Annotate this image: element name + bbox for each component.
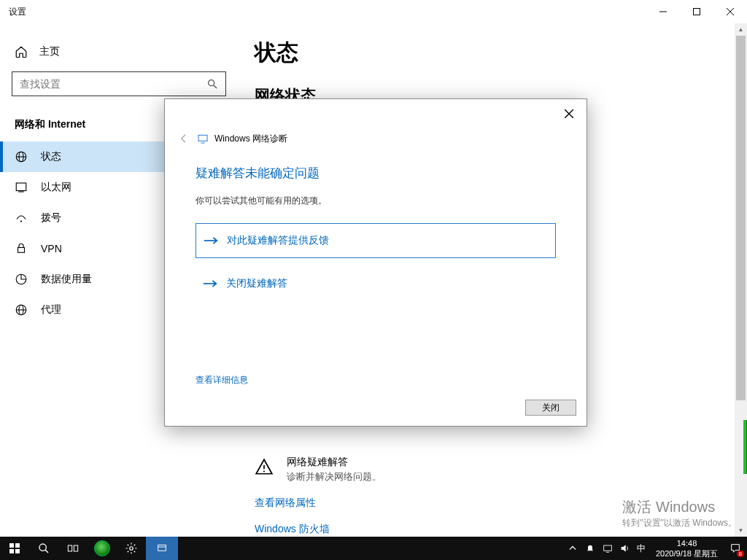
green-indicator bbox=[743, 420, 747, 474]
settings-window: 设置 主页 网络和 Internet 状态 bbox=[0, 0, 747, 537]
page-title: 状态 bbox=[255, 38, 729, 68]
home-label: 主页 bbox=[39, 45, 60, 58]
dialog-close-button[interactable]: 关闭 bbox=[525, 400, 576, 416]
dialog-title: Windows 网络诊断 bbox=[214, 133, 287, 145]
settings-taskbar-button[interactable] bbox=[117, 537, 146, 560]
diagnostics-icon bbox=[197, 133, 209, 144]
view-network-properties-link[interactable]: 查看网络属性 bbox=[255, 497, 729, 510]
arrow-right-icon bbox=[203, 279, 217, 289]
sidebar-item-label: 拨号 bbox=[41, 211, 61, 225]
svg-rect-28 bbox=[15, 549, 20, 553]
network-tray-icon[interactable] bbox=[602, 542, 614, 554]
warning-icon bbox=[255, 457, 274, 476]
ime-indicator[interactable]: 中 bbox=[637, 542, 646, 554]
svg-rect-1 bbox=[694, 9, 700, 15]
dialog-result-heading: 疑难解答未能确定问题 bbox=[196, 165, 556, 182]
search-input-wrap[interactable] bbox=[12, 71, 226, 96]
dialup-icon bbox=[15, 211, 28, 225]
troubleshoot-title: 网络疑难解答 bbox=[287, 456, 382, 469]
ethernet-icon bbox=[15, 181, 28, 194]
sidebar-item-label: 状态 bbox=[41, 150, 61, 163]
notifications-bell-icon[interactable] bbox=[584, 542, 596, 554]
search-taskbar-button[interactable] bbox=[29, 537, 58, 560]
network-diagnostics-dialog: Windows 网络诊断 疑难解答未能确定问题 你可以尝试其他可能有用的选项。 … bbox=[164, 98, 587, 427]
active-app-taskbar[interactable] bbox=[146, 537, 178, 560]
svg-rect-27 bbox=[9, 549, 14, 553]
sidebar-item-label: 以太网 bbox=[41, 181, 71, 194]
home-icon bbox=[15, 45, 28, 58]
svg-point-29 bbox=[39, 544, 46, 551]
svg-rect-31 bbox=[68, 545, 71, 551]
action-center-badge: 8 bbox=[737, 551, 744, 557]
home-link[interactable]: 主页 bbox=[0, 38, 237, 66]
status-icon bbox=[15, 150, 28, 163]
vpn-icon bbox=[15, 242, 28, 255]
titlebar: 设置 bbox=[0, 0, 747, 23]
svg-rect-12 bbox=[18, 248, 25, 253]
taskbar: 中 14:48 2020/9/18 星期五 8 bbox=[0, 537, 747, 560]
close-troubleshooter-option[interactable]: 关闭疑难解答 bbox=[196, 267, 556, 300]
arrow-right-icon bbox=[204, 236, 218, 246]
windows-firewall-link[interactable]: Windows 防火墙 bbox=[255, 523, 729, 536]
svg-point-33 bbox=[130, 547, 133, 551]
svg-rect-25 bbox=[9, 543, 14, 548]
svg-point-18 bbox=[263, 470, 265, 472]
svg-rect-21 bbox=[198, 135, 207, 141]
dialog-back-button[interactable] bbox=[177, 131, 191, 146]
scroll-up-arrow[interactable]: ▲ bbox=[735, 23, 747, 36]
task-view-button[interactable] bbox=[58, 537, 88, 560]
taskbar-clock[interactable]: 14:48 2020/9/18 星期五 bbox=[651, 538, 722, 559]
maximize-button[interactable] bbox=[680, 0, 713, 23]
sidebar-item-label: VPN bbox=[41, 243, 62, 254]
internet-explorer-taskbar[interactable] bbox=[94, 540, 110, 556]
svg-rect-32 bbox=[74, 545, 77, 551]
start-button[interactable] bbox=[0, 537, 29, 560]
svg-rect-9 bbox=[16, 183, 26, 191]
svg-rect-36 bbox=[604, 545, 612, 551]
search-input[interactable] bbox=[20, 78, 206, 90]
sidebar-item-label: 数据使用量 bbox=[41, 273, 92, 286]
sidebar-item-label: 代理 bbox=[41, 303, 61, 316]
dialog-subtext: 你可以尝试其他可能有用的选项。 bbox=[196, 195, 556, 207]
scroll-down-arrow[interactable]: ▼ bbox=[735, 524, 747, 537]
search-icon bbox=[206, 78, 218, 90]
tray-overflow-icon[interactable] bbox=[567, 542, 578, 554]
svg-line-30 bbox=[45, 550, 48, 553]
troubleshoot-row: 网络疑难解答 诊断并解决网络问题。 bbox=[255, 456, 729, 483]
dialog-close-x[interactable] bbox=[556, 104, 582, 124]
troubleshoot-desc: 诊断并解决网络问题。 bbox=[287, 470, 382, 483]
svg-point-11 bbox=[20, 220, 22, 222]
minimize-button[interactable] bbox=[646, 0, 680, 23]
svg-point-4 bbox=[209, 80, 214, 86]
svg-rect-26 bbox=[15, 543, 20, 548]
scroll-thumb[interactable] bbox=[736, 36, 746, 400]
window-title: 设置 bbox=[9, 6, 26, 18]
proxy-icon bbox=[15, 303, 28, 316]
volume-tray-icon[interactable] bbox=[619, 542, 631, 554]
svg-line-5 bbox=[214, 85, 217, 88]
view-details-link[interactable]: 查看详细信息 bbox=[165, 374, 587, 386]
data-usage-icon bbox=[15, 273, 28, 286]
feedback-option[interactable]: 对此疑难解答提供反馈 bbox=[196, 223, 556, 258]
close-option-label: 关闭疑难解答 bbox=[226, 277, 287, 290]
close-button[interactable] bbox=[713, 0, 747, 23]
svg-rect-34 bbox=[158, 545, 166, 551]
feedback-option-label: 对此疑难解答提供反馈 bbox=[227, 234, 329, 247]
action-center-icon[interactable]: 8 bbox=[728, 541, 743, 556]
